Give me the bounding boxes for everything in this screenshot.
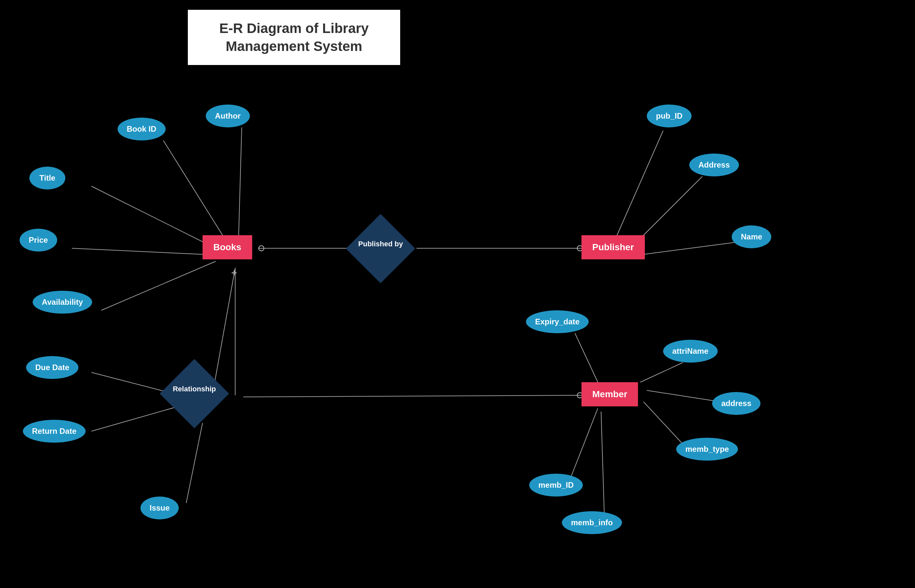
svg-line-4: [101, 261, 216, 310]
svg-line-17: [640, 363, 683, 382]
attribute-pub-id: pub_ID: [647, 105, 692, 128]
svg-text:+: +: [231, 267, 237, 278]
svg-line-19: [644, 402, 686, 447]
svg-line-0: [163, 141, 229, 245]
entity-publisher: Publisher: [581, 235, 645, 259]
svg-line-14: [637, 176, 702, 242]
attribute-issue: Issue: [140, 496, 179, 519]
attribute-address-publisher: Address: [689, 153, 739, 176]
attribute-book-id: Book ID: [118, 118, 166, 141]
svg-line-21: [601, 412, 604, 516]
svg-line-15: [640, 242, 740, 255]
entity-member: Member: [581, 382, 638, 406]
entity-books: Books: [203, 235, 252, 259]
attribute-author: Author: [206, 105, 250, 128]
svg-line-2: [92, 186, 216, 248]
attribute-name: Name: [732, 225, 771, 248]
attribute-memb-type: memb_type: [676, 438, 738, 460]
svg-line-12: [244, 395, 581, 397]
svg-line-18: [647, 390, 720, 402]
attribute-memb-info: memb_info: [562, 511, 622, 534]
svg-line-20: [568, 408, 598, 483]
svg-line-1: [239, 128, 242, 242]
attribute-price: Price: [19, 229, 57, 252]
svg-line-3: [72, 248, 212, 255]
attribute-expiry-date: Expiry_date: [526, 310, 589, 333]
attribute-address-member: address: [712, 392, 760, 415]
title-box: E-R Diagram of Library Management System: [188, 10, 400, 65]
relationship-published-by: Published by: [346, 240, 415, 248]
attribute-availability: Availability: [33, 291, 92, 313]
relationship-relationship: Relationship: [160, 385, 229, 393]
svg-line-13: [614, 131, 663, 242]
svg-point-22: [259, 246, 264, 251]
diagram-title: E-R Diagram of Library Management System: [207, 19, 381, 55]
svg-line-16: [575, 333, 598, 382]
attribute-memb-id: memb_ID: [529, 474, 583, 496]
attribute-due-date: Due Date: [26, 356, 78, 379]
attribute-return-date: Return Date: [23, 420, 86, 443]
attribute-title: Title: [29, 166, 65, 189]
svg-line-11: [186, 423, 203, 503]
attribute-attri-name: attriName: [663, 340, 718, 363]
